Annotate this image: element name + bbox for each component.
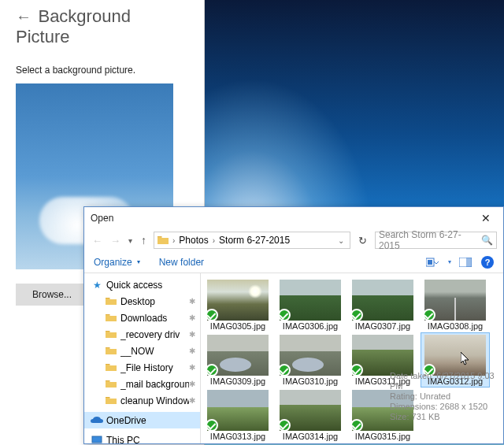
pin-icon: ✱	[189, 313, 195, 322]
sync-badge-icon	[278, 419, 291, 432]
breadcrumb-dropdown-icon[interactable]: ⌄	[335, 236, 346, 245]
svg-rect-5	[95, 443, 98, 444]
file-name-label: IMAG0313.jpg	[204, 432, 272, 442]
nav-history-dropdown[interactable]: ▾	[127, 236, 134, 245]
browse-button[interactable]: Browse...	[16, 284, 88, 306]
sync-badge-icon	[350, 419, 363, 432]
preview-pane-button[interactable]	[459, 256, 473, 269]
navtree-label: This PC	[106, 435, 200, 444]
sync-badge-icon	[423, 309, 435, 321]
folder-icon	[105, 297, 117, 306]
file-name-label: IMAG0310.jpg	[276, 376, 344, 387]
pin-icon: ✱	[189, 396, 195, 405]
nav-forward-button[interactable]: →	[109, 235, 122, 247]
breadcrumb-storm[interactable]: Storm 6-27-2015	[216, 235, 293, 246]
folder-icon	[105, 330, 117, 339]
navtree-quick-access[interactable]: ★ Quick access	[84, 276, 200, 293]
sync-badge-icon	[278, 364, 291, 376]
nav-back-button[interactable]: ←	[91, 235, 104, 247]
folder-icon	[105, 313, 117, 322]
navtree-item[interactable]: __NOW✱	[84, 343, 200, 359]
folder-icon	[105, 347, 117, 355]
file-name-label: IMAG0312.jpg	[421, 376, 489, 387]
panel-back-button[interactable]: ←	[16, 8, 35, 26]
panel-instruction: Select a background picture.	[16, 65, 188, 76]
navtree-label: Desktop	[120, 296, 189, 307]
sync-badge-icon	[350, 364, 363, 376]
dialog-title: Open	[91, 213, 475, 224]
navtree-label: __NOW	[120, 346, 189, 357]
file-thumbnail[interactable]: IMAG0310.jpg	[276, 333, 344, 387]
folder-icon	[105, 363, 117, 372]
search-input[interactable]: Search Storm 6-27-2015 🔍	[375, 232, 497, 249]
sync-badge-icon	[206, 364, 218, 376]
dialog-titlebar[interactable]: Open ✕	[84, 207, 503, 229]
file-name-label: IMAG0305.jpg	[204, 321, 272, 332]
navtree-item[interactable]: Downloads✱	[84, 310, 200, 326]
organize-menu[interactable]: Organize	[94, 257, 132, 268]
navtree-label: _File History	[120, 362, 189, 373]
navtree-this-pc[interactable]: This PC	[84, 432, 200, 443]
pc-icon	[91, 436, 103, 444]
folder-icon	[158, 235, 169, 245]
file-thumbnail[interactable]: IMAG0308.jpg	[421, 278, 489, 332]
navtree-item[interactable]: Desktop✱	[84, 293, 200, 310]
sync-badge-icon	[350, 309, 363, 321]
pin-icon: ✱	[189, 363, 195, 372]
navtree-label: Downloads	[120, 313, 189, 324]
file-list-area: IMAG0305.jpgIMAG0306.jpgIMAG0307.jpgIMAG…	[201, 273, 503, 443]
folder-icon	[105, 396, 117, 405]
folder-icon	[105, 380, 117, 388]
navtree-label: cleanup Window	[120, 395, 189, 406]
breadcrumb-bar[interactable]: › Photos › Storm 6-27-2015 ⌄	[154, 232, 350, 249]
chevron-down-icon: ▾	[448, 258, 451, 265]
file-name-label: IMAG0314.jpg	[276, 432, 344, 442]
file-thumbnail[interactable]: IMAG0312.jpg	[421, 333, 489, 387]
navtree-item[interactable]: cleanup Window✱	[84, 392, 200, 409]
file-thumbnail[interactable]: IMAG0311.jpg	[349, 333, 417, 387]
close-icon[interactable]: ✕	[475, 210, 497, 226]
new-folder-button[interactable]: New folder	[159, 257, 204, 268]
dialog-toolbar: Organize ▾ New folder ▾ ?	[84, 251, 503, 273]
pin-icon: ✱	[189, 380, 195, 388]
pin-icon: ✱	[189, 330, 195, 339]
file-thumbnail[interactable]: IMAG0307.jpg	[349, 278, 417, 332]
search-icon: 🔍	[481, 235, 493, 246]
address-bar-row: ← → ▾ ↑ › Photos › Storm 6-27-2015 ⌄ ↻ S…	[84, 229, 503, 251]
file-name-label: IMAG0315.jpg	[349, 432, 417, 442]
pin-icon: ✱	[189, 297, 195, 306]
file-name-label: IMAG0307.jpg	[349, 321, 417, 332]
refresh-button[interactable]: ↻	[355, 235, 370, 247]
sync-badge-icon	[278, 309, 291, 321]
navtree-onedrive[interactable]: OneDrive	[84, 412, 200, 428]
pin-icon: ✱	[189, 347, 195, 355]
view-options-button[interactable]	[426, 256, 440, 269]
navtree-item[interactable]: _File History✱	[84, 359, 200, 376]
file-name-label: IMAG0308.jpg	[421, 321, 489, 332]
file-thumbnail[interactable]: IMAG0309.jpg	[204, 333, 272, 387]
help-icon[interactable]: ?	[481, 256, 494, 269]
file-name-label: IMAG0309.jpg	[204, 376, 272, 387]
svg-rect-3	[466, 258, 472, 267]
open-file-dialog: Open ✕ ← → ▾ ↑ › Photos › Storm 6-27-201…	[83, 206, 504, 444]
file-thumbnail[interactable]: IMAG0313.jpg	[204, 388, 272, 442]
nav-up-button[interactable]: ↑	[139, 234, 149, 247]
svg-rect-4	[92, 436, 102, 443]
nav-tree: ★ Quick access Desktop✱Downloads✱_recove…	[84, 273, 201, 443]
onedrive-icon	[91, 417, 103, 425]
breadcrumb-photos[interactable]: Photos	[176, 235, 211, 246]
sync-badge-icon	[206, 309, 218, 321]
navtree-item[interactable]: _mail backgroun✱	[84, 376, 200, 392]
sync-badge-icon	[206, 419, 218, 432]
sync-badge-icon	[423, 364, 435, 376]
file-thumbnail[interactable]: IMAG0306.jpg	[276, 278, 344, 332]
navtree-label: _mail backgroun	[120, 379, 189, 390]
star-icon: ★	[91, 280, 103, 291]
file-thumbnail[interactable]: IMAG0305.jpg	[204, 278, 272, 332]
file-thumbnail[interactable]: IMAG0315.jpg	[349, 388, 417, 442]
file-name-label: IMAG0311.jpg	[349, 376, 417, 387]
navtree-item[interactable]: _recovery driv✱	[84, 326, 200, 343]
navtree-label: Quick access	[106, 280, 200, 291]
chevron-down-icon: ▾	[137, 258, 140, 265]
file-thumbnail[interactable]: IMAG0314.jpg	[276, 388, 344, 442]
